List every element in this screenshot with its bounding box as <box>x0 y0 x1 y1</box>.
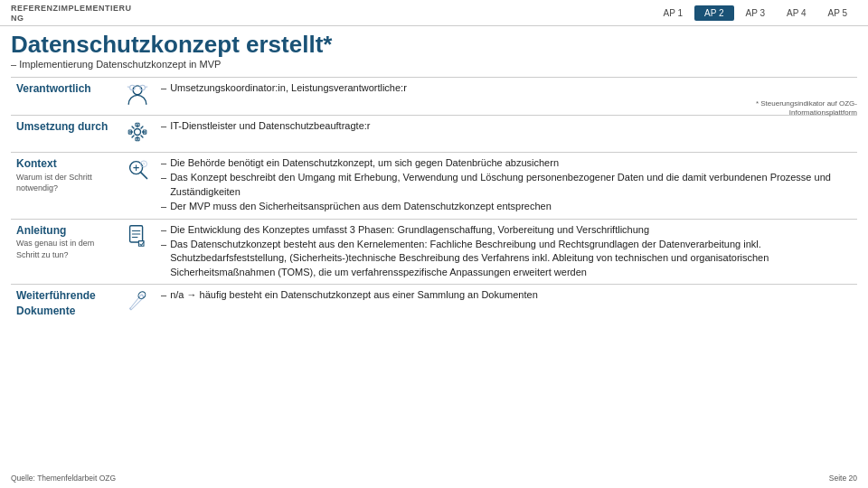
bullet-item: –IT-Dienstleister und Datenschutzbeauftr… <box>161 119 852 133</box>
row-label-cell-2: KontextWarum ist der Schritt notwendig? <box>11 152 119 219</box>
row-label-cell-0: Verantwortlich <box>11 78 119 115</box>
bullet-text: Der MVP muss den Sicherheitsansprüchen a… <box>170 200 552 213</box>
table-row: WeiterführendeDokumente –n/a → häufig be… <box>11 285 857 323</box>
table-row: Verantwortlich –Umsetzungskoordinator:in… <box>11 78 857 115</box>
svg-text:?: ? <box>143 162 146 166</box>
row-content-cell-2: –Die Behörde benötigt ein Datenschutzkon… <box>156 152 857 219</box>
row-icon-cell-4 <box>119 285 156 323</box>
bullet-dash: – <box>161 81 166 95</box>
row-label-main2: Dokumente <box>16 304 114 319</box>
table-row: AnleitungWas genau ist in dem Schritt zu… <box>11 219 857 285</box>
ap-tabs: AP 1AP 2AP 3AP 4AP 5 <box>654 5 858 21</box>
row-icon-cell-2: ? <box>119 152 156 219</box>
row-label-sub: Warum ist der Schritt notwendig? <box>16 172 114 194</box>
page-title: Datenschutzkonzept erstellt* <box>11 32 857 58</box>
row-label-cell-1: Umsetzung durch <box>11 115 119 152</box>
row-label-cell-4: WeiterführendeDokumente <box>11 285 119 323</box>
bullet-item: –Der MVP muss den Sicherheitsansprüchen … <box>161 200 852 213</box>
bullet-dash: – <box>161 119 166 133</box>
row-icon-cell-1 <box>119 115 156 152</box>
page-subtitle: – Implementierung Datenschutzkonzept in … <box>11 59 857 70</box>
bullet-item: –Die Behörde benötigt ein Datenschutzkon… <box>161 156 852 170</box>
svg-point-0 <box>133 86 142 95</box>
bullet-text: Die Behörde benötigt ein Datenschutzkonz… <box>170 156 559 170</box>
svg-point-3 <box>135 128 141 135</box>
steuerungs-note: * Steuerungsindikator auf OZG- Informati… <box>756 99 857 118</box>
ap-tab-ap5[interactable]: AP 5 <box>818 5 858 21</box>
bullet-dash: – <box>161 288 166 302</box>
bullet-text: Die Entwicklung des Konzeptes umfasst 3 … <box>170 223 649 237</box>
row-content-cell-1: –IT-Dienstleister und Datenschutzbeauftr… <box>156 115 857 152</box>
row-icon-cell-3 <box>119 219 156 285</box>
row-content-cell-3: –Die Entwicklung des Konzeptes umfasst 3… <box>156 219 857 285</box>
bullet-item: –n/a → häufig besteht ein Datenschutzkon… <box>161 288 852 302</box>
bullet-item: –Die Entwicklung des Konzeptes umfasst 3… <box>161 223 852 237</box>
content-area: Verantwortlich –Umsetzungskoordinator:in… <box>0 71 868 326</box>
ap-tab-ap3[interactable]: AP 3 <box>736 5 776 21</box>
ap-tab-ap2[interactable]: AP 2 <box>694 5 734 21</box>
bullet-dash: – <box>161 171 166 199</box>
bullet-dash: – <box>161 200 166 213</box>
bullet-text: Das Konzept beschreibt den Umgang mit Er… <box>170 171 852 199</box>
row-label-main: Verantwortlich <box>16 81 114 97</box>
row-label-sub: Was genau ist in dem Schritt zu tun? <box>16 238 114 260</box>
bullet-text: Umsetzungskoordinator:in, Leistungsveran… <box>170 81 407 95</box>
ap-tab-ap1[interactable]: AP 1 <box>654 5 693 21</box>
row-icon-cell-0 <box>119 78 156 115</box>
header-left: REFERENZIMPLEMENTIERU NG <box>11 4 132 23</box>
row-content-cell-4: –n/a → häufig besteht ein Datenschutzkon… <box>156 285 857 323</box>
table-row: Umsetzung durch –IT-Dienstleister und Da… <box>11 115 857 152</box>
footer-page: Seite 20 <box>829 474 857 483</box>
title-section: Datenschutzkonzept erstellt* – Implement… <box>0 26 868 72</box>
row-content-cell-0: –Umsetzungskoordinator:in, Leistungsvera… <box>156 78 857 115</box>
row-label-main: Umsetzung durch <box>16 119 114 135</box>
row-label-main: Anleitung <box>16 223 114 239</box>
ap-tab-ap4[interactable]: AP 4 <box>777 5 816 21</box>
bullet-text: Das Datenschutzkonzept besteht aus den K… <box>170 238 852 279</box>
bullet-item: –Das Datenschutzkonzept besteht aus den … <box>161 238 852 279</box>
row-label-main: Weiterführende <box>16 288 114 304</box>
row-label-cell-3: AnleitungWas genau ist in dem Schritt zu… <box>11 219 119 285</box>
bullet-text: n/a → häufig besteht ein Datenschutzkonz… <box>170 288 538 302</box>
bullet-text: IT-Dienstleister und Datenschutzbeauftra… <box>170 119 370 133</box>
footer: Quelle: Themenfeldarbeit OZG Seite 20 <box>11 474 857 483</box>
arrow-icon: → <box>186 289 199 300</box>
bullet-dash: – <box>161 238 166 279</box>
main-table: Verantwortlich –Umsetzungskoordinator:in… <box>11 77 857 323</box>
bullet-item: –Das Konzept beschreibt den Umgang mit E… <box>161 171 852 199</box>
bullet-dash: – <box>161 223 166 237</box>
bullet-item: –Umsetzungskoordinator:in, Leistungsvera… <box>161 81 852 95</box>
footer-source: Quelle: Themenfeldarbeit OZG <box>11 474 116 483</box>
header: REFERENZIMPLEMENTIERU NG AP 1AP 2AP 3AP … <box>0 0 868 26</box>
row-label-main: Kontext <box>16 156 114 172</box>
table-row: KontextWarum ist der Schritt notwendig? … <box>11 152 857 219</box>
svg-line-9 <box>141 172 147 178</box>
bullet-dash: – <box>161 156 166 170</box>
